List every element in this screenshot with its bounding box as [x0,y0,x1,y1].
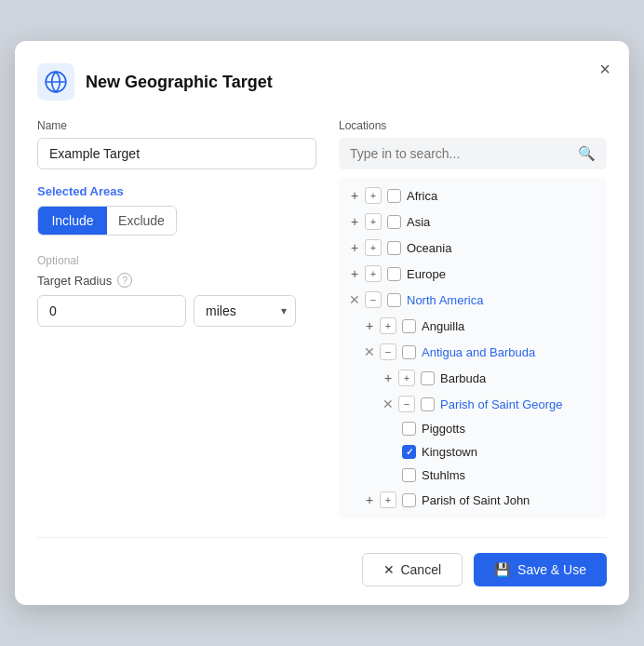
search-icon: 🔍 [578,145,596,162]
add-action-saint-john[interactable]: + [361,491,378,508]
expand-africa[interactable]: + [365,187,382,204]
radius-unit-select-wrap: miles km ▾ [194,295,296,327]
modal-footer: ✕ Cancel 💾 Save & Use [37,537,607,586]
modal-container: New Geographic Target × Name Selected Ar… [15,41,629,605]
tree-row-barbuda[interactable]: + + Barbuda [342,365,603,391]
modal-header: New Geographic Target × [37,63,607,101]
radius-input[interactable] [37,295,186,327]
tree-row-asia[interactable]: + + Asia [342,209,603,235]
modal-icon [37,63,74,101]
name-input[interactable] [37,138,316,169]
add-action-europe[interactable]: + [346,265,363,282]
expand-anguilla[interactable]: + [380,317,396,334]
remove-action-saint-george[interactable]: ✕ [380,396,396,412]
expand-saint-john[interactable]: + [380,491,396,508]
selected-areas-label: Selected Areas [37,184,316,198]
right-panel: Locations 🔍 + + Africa + + Asia [339,119,607,518]
close-button[interactable]: × [599,60,610,78]
label-europe: Europe [407,267,599,281]
label-antigua: Antigua and Barbuda [422,345,599,359]
checkbox-africa[interactable] [387,189,401,203]
label-africa: Africa [407,189,599,203]
include-button[interactable]: Include [38,207,107,235]
target-radius-label: Target Radius ? [37,273,316,288]
add-action-oceania[interactable]: + [346,239,363,256]
tree-row-anguilla[interactable]: + + Anguilla [342,313,603,339]
expand-oceania[interactable]: + [365,239,382,256]
exclude-button[interactable]: Exclude [107,207,176,235]
add-action-africa[interactable]: + [346,187,363,204]
include-exclude-toggle: Include Exclude [37,206,177,236]
expand-antigua[interactable]: − [380,343,396,360]
tree-row-parish-saint-george[interactable]: ✕ − Parish of Saint George [342,391,603,417]
checkbox-oceania[interactable] [387,241,401,255]
expand-north-america[interactable]: − [365,291,382,308]
optional-label: Optional [37,254,316,267]
tree-row-africa[interactable]: + + Africa [342,182,603,209]
checkbox-saint-george[interactable] [421,397,435,411]
checkbox-antigua[interactable] [402,345,416,359]
checkbox-kingstown[interactable] [402,445,416,459]
tree-row-antigua-barbuda[interactable]: ✕ − Antigua and Barbuda [342,339,603,365]
tree-row-oceania[interactable]: + + Oceania [342,235,603,261]
save-button[interactable]: 💾 Save & Use [474,553,607,586]
locations-label: Locations [339,119,607,132]
cancel-label: Cancel [400,562,441,577]
save-icon: 💾 [494,562,510,577]
left-panel: Name Selected Areas Include Exclude Opti… [37,119,316,518]
tree-row-parish-saint-john[interactable]: + + Parish of Saint John [342,487,603,513]
search-input[interactable] [350,146,570,161]
checkbox-saint-john[interactable] [402,493,416,507]
name-label: Name [37,119,316,132]
add-action-barbuda[interactable]: + [380,370,396,386]
checkbox-europe[interactable] [387,267,401,281]
modal-title: New Geographic Target [86,73,273,92]
cancel-button[interactable]: ✕ Cancel [362,553,463,586]
remove-action-north-america[interactable]: ✕ [346,291,363,308]
tree-row-piggotts[interactable]: Piggotts [342,417,603,440]
label-anguilla: Anguilla [422,319,599,333]
expand-asia[interactable]: + [365,213,382,230]
checkbox-north-america[interactable] [387,293,401,307]
tree-row-kingstown[interactable]: Kingstown [342,440,603,464]
label-piggotts: Piggotts [422,422,599,436]
label-barbuda: Barbuda [440,371,599,385]
expand-saint-george[interactable]: − [398,396,415,412]
expand-europe[interactable]: + [365,265,382,282]
radius-row: miles km ▾ [37,295,316,327]
label-saint-john: Parish of Saint John [422,493,599,507]
checkbox-asia[interactable] [387,215,401,229]
tree-row-stuhlms[interactable]: Stuhlms [342,464,603,487]
remove-action-antigua[interactable]: ✕ [361,343,378,360]
label-oceania: Oceania [407,241,599,255]
search-box: 🔍 [339,138,607,169]
save-label: Save & Use [517,562,586,577]
add-action-asia[interactable]: + [346,213,363,230]
label-stuhlms: Stuhlms [422,468,599,482]
expand-barbuda[interactable]: + [398,370,415,386]
label-saint-george: Parish of Saint George [440,397,599,411]
label-kingstown: Kingstown [422,445,599,459]
checkbox-piggotts[interactable] [402,422,416,436]
label-north-america: North America [407,293,599,307]
modal-body: Name Selected Areas Include Exclude Opti… [37,119,607,518]
location-tree: + + Africa + + Asia + + Oceania [339,177,607,518]
cancel-icon: ✕ [383,562,395,577]
radius-unit-select[interactable]: miles km [194,295,296,327]
checkbox-anguilla[interactable] [402,319,416,333]
checkbox-stuhlms[interactable] [402,468,416,482]
tree-row-north-america[interactable]: ✕ − North America [342,287,603,313]
add-action-anguilla[interactable]: + [361,317,378,334]
label-asia: Asia [407,215,599,229]
checkbox-barbuda[interactable] [421,371,435,385]
help-icon[interactable]: ? [117,273,132,288]
tree-row-europe[interactable]: + + Europe [342,261,603,287]
